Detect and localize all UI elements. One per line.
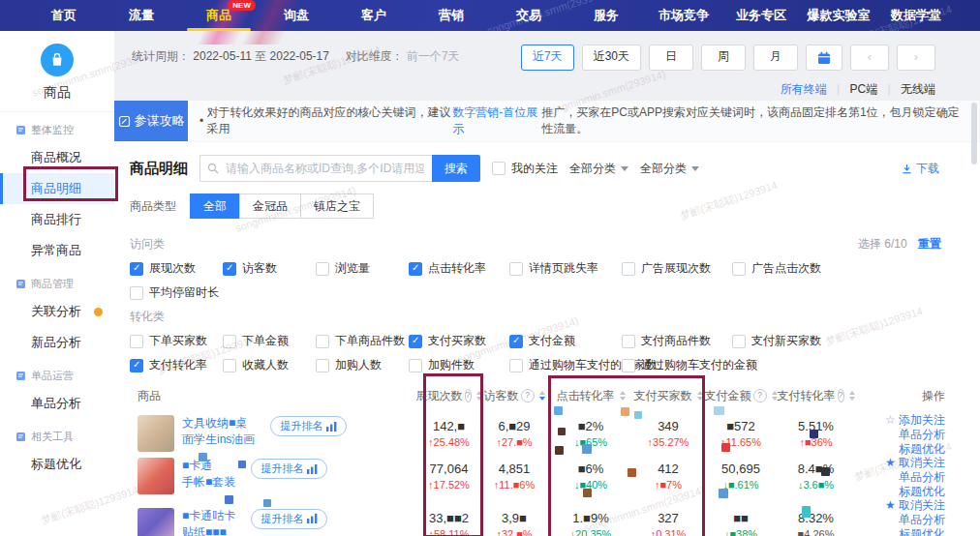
product-thumbnail[interactable] bbox=[138, 458, 174, 494]
range-30d-button[interactable]: 近30天 bbox=[582, 45, 641, 71]
checkbox-pay-amount[interactable]: 支付金额 bbox=[509, 333, 622, 349]
product-thumbnail[interactable] bbox=[138, 415, 174, 452]
checkbox-ad-impressions[interactable]: 广告展现次数 bbox=[622, 260, 732, 277]
nav-home[interactable]: 首页 bbox=[25, 0, 103, 31]
strategy-link[interactable]: 数字营销-首位展示 bbox=[452, 104, 541, 137]
checkbox-ad-clicks[interactable]: 广告点击次数 bbox=[732, 260, 965, 277]
range-7d-button[interactable]: 近7天 bbox=[521, 45, 574, 71]
compare-value: 前一个7天 bbox=[407, 49, 460, 63]
reset-link[interactable]: 重置 bbox=[918, 237, 941, 251]
help-icon[interactable] bbox=[753, 389, 767, 402]
product-name[interactable]: 文具收纳■桌 面学生ins油画 bbox=[182, 415, 255, 448]
convert-checkbox-grid: 下单买家数 下单金额 下单商品件数 支付买家数 支付金额 支付商品件数 支付新买… bbox=[130, 333, 965, 373]
nav-market-competition[interactable]: 市场竞争 bbox=[645, 0, 722, 31]
range-week-button[interactable]: 周 bbox=[701, 45, 746, 71]
nav-traffic[interactable]: 流量 bbox=[103, 0, 180, 31]
checkbox-order-items[interactable]: 下单商品件数 bbox=[316, 333, 409, 349]
tab-pc[interactable]: PC端 bbox=[850, 82, 878, 96]
checkbox-pageviews[interactable]: 浏览量 bbox=[316, 260, 409, 277]
checkbox-icon bbox=[130, 262, 143, 276]
nav-business-zone[interactable]: 业务专区 bbox=[722, 0, 800, 31]
checkbox-favorites[interactable]: 收藏人数 bbox=[223, 357, 316, 373]
boost-rank-button[interactable]: 提升排名 bbox=[251, 459, 327, 479]
boost-rank-button[interactable]: 提升排名 bbox=[270, 416, 347, 436]
prev-period-button[interactable]: ‹ bbox=[850, 45, 889, 71]
title-optimize-link[interactable]: 标题优化 bbox=[852, 527, 945, 536]
product-name[interactable]: ■卡通咕卡 贴纸■■■ bbox=[182, 508, 235, 536]
nav-marketing[interactable]: 营销 bbox=[413, 0, 490, 31]
help-icon[interactable] bbox=[838, 389, 844, 402]
checkbox-visitors[interactable]: 访客数 bbox=[223, 260, 316, 277]
checkbox-pay-buyers[interactable]: 支付买家数 bbox=[409, 333, 509, 349]
vertical-scrollbar[interactable] bbox=[971, 103, 977, 164]
type-gold-crown-button[interactable]: 金冠品 bbox=[239, 194, 301, 219]
unfollow-link[interactable]: ★ 取消关注 bbox=[852, 498, 945, 513]
nav-customer[interactable]: 客户 bbox=[335, 0, 413, 31]
sort-control[interactable] bbox=[620, 391, 626, 401]
download-link[interactable]: 下载 bbox=[902, 161, 939, 177]
nav-service[interactable]: 服务 bbox=[567, 0, 645, 31]
pay-buyers-cell: 349↑35.27% bbox=[634, 418, 702, 450]
sidebar-item-abnormal-product[interactable]: 异常商品 bbox=[0, 235, 114, 266]
strategy-badge[interactable]: 参谋攻略 bbox=[114, 101, 188, 141]
nav-product[interactable]: 商品 NEW bbox=[180, 0, 258, 31]
unfollow-link[interactable]: ★ 取消关注 bbox=[852, 456, 945, 470]
sidebar-item-product-rank[interactable]: 商品排行 bbox=[0, 204, 114, 235]
checkbox-icon bbox=[409, 359, 422, 372]
pay-rate-cell: 8.32%■4.26% bbox=[780, 510, 852, 536]
sidebar-item-single-analysis[interactable]: 单品分析 bbox=[0, 388, 114, 419]
type-shop-treasure-button[interactable]: 镇店之宝 bbox=[300, 194, 374, 219]
nav-trade[interactable]: 交易 bbox=[490, 0, 567, 31]
add-follow-link[interactable]: ☆ 添加关注 bbox=[852, 413, 945, 428]
checkbox-cart-pay-buyers[interactable]: 通过购物车支付的买家数 bbox=[509, 357, 622, 373]
checkbox-pay-rate[interactable]: 支付转化率 bbox=[130, 357, 223, 373]
sidebar-section-product-manage: 商品管理 bbox=[0, 266, 114, 296]
category-select-1[interactable]: 全部分类 bbox=[569, 161, 628, 177]
single-analysis-link[interactable]: 单品分析 bbox=[852, 513, 945, 527]
checkbox-cart-users[interactable]: 加购人数 bbox=[316, 357, 409, 373]
next-period-button[interactable]: › bbox=[897, 45, 935, 71]
checkbox-impressions[interactable]: 展现次数 bbox=[130, 260, 223, 277]
range-day-button[interactable]: 日 bbox=[649, 45, 693, 71]
range-month-button[interactable]: 月 bbox=[753, 45, 798, 71]
my-follow-checkbox[interactable]: 我的关注 bbox=[492, 161, 558, 177]
type-all-button[interactable]: 全部 bbox=[190, 194, 240, 219]
search-button[interactable]: 搜索 bbox=[432, 155, 480, 182]
sidebar-item-product-overview[interactable]: 商品概况 bbox=[0, 142, 114, 173]
checkbox-pay-new-buyers[interactable]: 支付新买家数 bbox=[732, 333, 965, 349]
checkbox-label: 收藏人数 bbox=[242, 357, 289, 373]
sort-control[interactable] bbox=[539, 391, 545, 401]
product-name[interactable]: ■卡通 手帐■套装 bbox=[182, 458, 235, 491]
nav-inquiry[interactable]: 询盘 bbox=[258, 0, 335, 31]
single-analysis-link[interactable]: 单品分析 bbox=[852, 428, 945, 442]
sidebar-item-title-optimize[interactable]: 标题优化 bbox=[0, 449, 114, 480]
checkbox-pay-items[interactable]: 支付商品件数 bbox=[622, 333, 732, 349]
convert-group-label: 转化类 bbox=[130, 309, 965, 325]
checkbox-cart-pay-amount[interactable]: 通过购物车支付的金额 bbox=[622, 357, 732, 373]
checkbox-order-amount[interactable]: 下单金额 bbox=[223, 333, 316, 349]
calendar-button[interactable] bbox=[806, 45, 842, 71]
checkbox-ctr[interactable]: 点击转化率 bbox=[409, 260, 509, 277]
help-icon[interactable] bbox=[465, 389, 472, 402]
checkbox-cart-items[interactable]: 加购件数 bbox=[409, 357, 509, 373]
tab-all-terminals[interactable]: 所有终端 bbox=[781, 82, 827, 96]
help-icon[interactable] bbox=[521, 389, 535, 402]
nav-hot-lab[interactable]: 爆款实验室 bbox=[800, 0, 877, 31]
checkbox-icon bbox=[130, 335, 143, 348]
sidebar-item-product-detail[interactable]: 商品明细 bbox=[0, 173, 114, 204]
sidebar-item-new-product-analysis[interactable]: 新品分析 bbox=[0, 327, 114, 358]
checkbox-bounce-rate[interactable]: 详情页跳失率 bbox=[509, 260, 622, 277]
calendar-icon bbox=[817, 51, 831, 65]
single-analysis-link[interactable]: 单品分析 bbox=[852, 470, 945, 485]
product-thumbnail[interactable] bbox=[138, 508, 174, 536]
sidebar-item-relation-analysis[interactable]: 关联分析 bbox=[0, 296, 114, 327]
boost-rank-button[interactable]: 提升排名 bbox=[251, 509, 327, 529]
tab-wireless[interactable]: 无线端 bbox=[901, 82, 935, 96]
checkbox-avg-stay-time[interactable]: 平均停留时长 bbox=[130, 284, 223, 301]
nav-data-school[interactable]: 数据学堂 bbox=[877, 0, 955, 31]
checkbox-label: 支付转化率 bbox=[149, 357, 207, 373]
search-input[interactable] bbox=[199, 155, 432, 182]
checkbox-order-buyers[interactable]: 下单买家数 bbox=[130, 333, 223, 349]
period-start-date: 2022-05-11 bbox=[193, 49, 252, 63]
category-select-2[interactable]: 全部分类 bbox=[640, 161, 699, 177]
